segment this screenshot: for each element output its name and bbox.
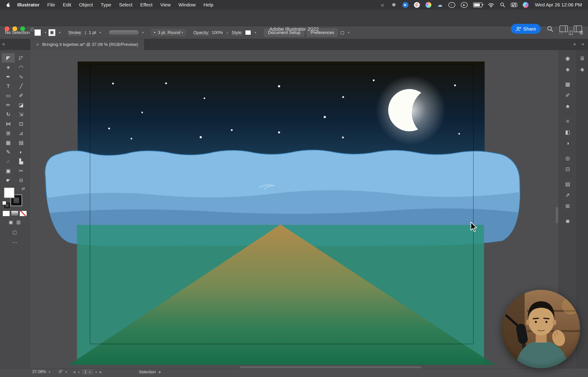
next-artboard-button[interactable]: › — [95, 369, 97, 375]
shape-builder-tool[interactable]: ⊞ — [2, 129, 15, 138]
artwork[interactable] — [29, 50, 559, 369]
gradient-tool[interactable]: ▤ — [15, 138, 27, 147]
fill-indicator[interactable] — [4, 187, 15, 198]
appearance-panel-icon[interactable]: ◎ — [561, 153, 574, 164]
control-center-icon[interactable] — [511, 2, 517, 7]
video-app-icon[interactable]: ▶ — [402, 2, 408, 8]
collapse-outer-dock-icon[interactable]: « — [582, 41, 584, 47]
artboard-number-field[interactable]: 1 ▾ — [82, 369, 93, 375]
stroke-panel-icon[interactable]: ≡ — [561, 116, 574, 127]
zoom-tool[interactable]: ⊙ — [15, 176, 27, 185]
spotlight-icon[interactable] — [500, 2, 505, 8]
collapse-left-dock-icon[interactable]: « — [2, 41, 5, 47]
brushes-panel-icon[interactable]: ✐ — [561, 90, 574, 101]
menu-file[interactable]: File — [43, 2, 59, 8]
draw-behind-icon[interactable]: ▥ — [16, 219, 21, 225]
color-guide-panel-icon[interactable]: ◈ — [561, 64, 574, 75]
rotation-control[interactable]: 0° ▾ — [59, 369, 67, 374]
menu-effect[interactable]: Effect — [136, 2, 156, 8]
cloud-icon[interactable]: ☁ — [437, 2, 443, 8]
color-panel-icon[interactable]: ◉ — [561, 53, 574, 64]
rectangle-tool[interactable]: ▭ — [2, 91, 15, 100]
previous-artboard-button[interactable]: ‹ — [78, 369, 79, 375]
symbol-sprayer-tool[interactable]: ∴ — [2, 157, 15, 166]
artboards-panel-icon[interactable]: ⊞ — [561, 200, 574, 212]
line-segment-tool[interactable]: ╱ — [15, 82, 27, 91]
mesh-tool[interactable]: ▦ — [2, 138, 15, 147]
paintbrush-tool[interactable]: ✐ — [15, 91, 27, 100]
shaper-tool[interactable]: ✏ — [2, 100, 15, 110]
slice-tool[interactable]: ✂ — [15, 166, 27, 176]
none-button[interactable] — [20, 211, 27, 216]
pen-tool[interactable]: ✒ — [2, 72, 15, 82]
canvas-area[interactable] — [29, 50, 559, 369]
selection-tool[interactable]: ◤ — [2, 53, 15, 63]
siri-icon[interactable] — [523, 2, 528, 8]
swap-fill-stroke-icon[interactable]: ⇄ — [22, 186, 25, 191]
menu-edit[interactable]: Edit — [59, 2, 75, 8]
menu-type[interactable]: Type — [97, 2, 115, 8]
column-graph-tool[interactable]: ▙ — [15, 157, 27, 166]
menu-bar-clock[interactable]: Wed Apr 26 12:06 PM — [535, 2, 582, 8]
perspective-grid-tool[interactable]: ⊿ — [15, 129, 27, 138]
close-document-icon[interactable]: × — [36, 42, 39, 47]
arrange-layout-icon[interactable] — [560, 25, 568, 32]
document-tab-title: Bringing it together.ai* @ 37.08 % (RGB/… — [42, 42, 138, 47]
layers-panel-icon[interactable]: ▤ — [561, 178, 574, 189]
collapse-inner-dock-icon[interactable]: « — [573, 41, 576, 47]
blend-tool[interactable]: ◐ — [15, 147, 27, 157]
default-fill-stroke-icon[interactable] — [2, 201, 6, 205]
menu-object[interactable]: Object — [75, 2, 97, 8]
menu-illustrator[interactable]: Illustrator — [13, 2, 43, 8]
free-transform-tool[interactable]: ⊡ — [15, 119, 27, 129]
artboard-tool[interactable]: ▣ — [2, 166, 15, 176]
workspace-switcher-icon[interactable] — [574, 25, 582, 32]
first-artboard-button[interactable]: « — [73, 369, 76, 375]
screen-mode-icon[interactable]: ▢ — [0, 229, 29, 235]
zoom-control[interactable]: 37.08% ▾ — [32, 369, 50, 374]
curvature-tool[interactable]: ∿ — [15, 72, 27, 82]
direct-selection-tool[interactable]: ◸ — [15, 53, 27, 63]
focus-icon[interactable]: ☾ — [448, 2, 455, 8]
scale-tool[interactable]: ⇲ — [15, 110, 27, 119]
color-button[interactable] — [2, 211, 10, 216]
battery-icon[interactable] — [473, 2, 482, 7]
eraser-tool[interactable]: ◪ — [15, 100, 27, 110]
export-panel-icon[interactable]: ⇗ — [561, 189, 574, 200]
media-icon[interactable]: ▶ — [461, 2, 468, 8]
magic-wand-tool[interactable]: ∗ — [2, 63, 15, 72]
last-artboard-button[interactable]: » — [99, 369, 102, 375]
vertical-scroll-thumb[interactable] — [556, 207, 558, 224]
document-tab[interactable]: × Bringing it together.ai* @ 37.08 % (RG… — [30, 39, 144, 50]
swatches-panel-icon[interactable]: ▦ — [561, 79, 574, 90]
settings-icon[interactable]: ☸ — [391, 2, 397, 8]
comments-panel-icon[interactable]: ◙ — [561, 215, 574, 226]
colorsync-icon[interactable]: C — [414, 2, 420, 8]
apple-menu-icon[interactable] — [6, 2, 11, 7]
libraries-panel-icon[interactable]: ◈ — [577, 64, 587, 75]
symbols-panel-icon[interactable]: ♣ — [561, 101, 574, 112]
edit-toolbar-icon[interactable]: ⋯ — [0, 240, 29, 246]
menu-window[interactable]: Window — [174, 2, 200, 8]
wifi-icon[interactable] — [488, 2, 494, 7]
rotate-tool[interactable]: ↻ — [2, 110, 15, 119]
display-icon[interactable]: ☼ — [380, 2, 385, 8]
width-tool[interactable]: ⋈ — [2, 119, 15, 129]
gradient-button[interactable] — [11, 211, 18, 216]
draw-normal-icon[interactable]: ▣ — [9, 219, 13, 225]
lasso-tool[interactable]: ◠ — [15, 63, 27, 72]
menu-select[interactable]: Select — [115, 2, 136, 8]
graphic-styles-panel-icon[interactable]: ⊡ — [561, 164, 574, 175]
menu-view[interactable]: View — [156, 2, 174, 8]
status-tool-display[interactable]: Selection ▸ — [139, 369, 161, 375]
properties-panel-icon[interactable]: ≣ — [577, 53, 587, 64]
photos-app-icon[interactable] — [425, 2, 431, 8]
transparency-panel-icon[interactable]: ◑ — [561, 138, 574, 149]
hand-tool[interactable]: ☛ — [2, 176, 15, 185]
type-tool[interactable]: T — [2, 82, 15, 91]
gradient-panel-icon[interactable]: ◧ — [561, 127, 574, 138]
eyedropper-tool[interactable]: ✎ — [2, 147, 15, 157]
menu-help[interactable]: Help — [200, 2, 217, 8]
share-button[interactable]: Share — [511, 24, 541, 34]
search-icon[interactable] — [547, 25, 553, 32]
